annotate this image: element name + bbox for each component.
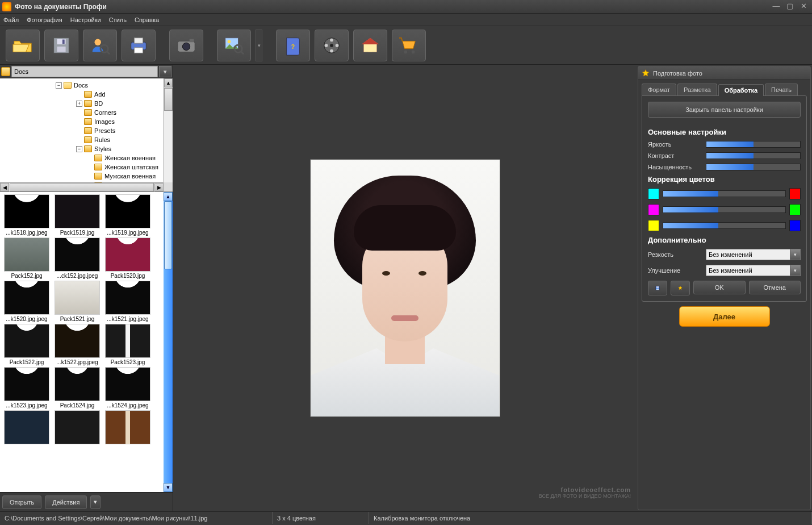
- tree-item[interactable]: Presets: [1, 126, 171, 135]
- thumbnail-item[interactable]: ...k1521.jpg.jpeg: [103, 281, 152, 322]
- path-dropdown[interactable]: ▾: [159, 66, 171, 77]
- thumbnail-item[interactable]: Pack152.jpg: [2, 238, 51, 279]
- thumbnail-item[interactable]: [53, 410, 102, 445]
- thumbs-vscroll[interactable]: ▲▼: [164, 192, 173, 492]
- left-panel: ▾ − Docs Add+BDCornersImagesPresetsRules…: [0, 65, 173, 511]
- thumbnail-item[interactable]: ...k1524.jpg.jpeg: [103, 367, 152, 409]
- toolbar-cart[interactable]: [392, 30, 426, 61]
- thumbnail-item[interactable]: [2, 410, 51, 445]
- tree-hscroll[interactable]: ◀▶: [0, 182, 164, 191]
- ok-button[interactable]: OK: [693, 281, 746, 294]
- svg-point-4: [95, 39, 101, 45]
- svg-point-21: [330, 49, 333, 52]
- next-button[interactable]: Далее: [679, 306, 770, 327]
- svg-point-22: [325, 44, 328, 47]
- menu-help[interactable]: Справка: [135, 16, 159, 23]
- path-input[interactable]: [11, 66, 158, 77]
- close-button[interactable]: ✕: [797, 2, 810, 11]
- tree-vscroll[interactable]: ▲: [164, 78, 173, 182]
- minimize-button[interactable]: —: [770, 2, 782, 11]
- svg-line-16: [241, 51, 244, 54]
- star-icon: [678, 283, 683, 293]
- tree-item[interactable]: Add: [1, 90, 171, 99]
- favorite-button[interactable]: [671, 281, 690, 295]
- menu-settings[interactable]: Настройки: [70, 16, 101, 23]
- save-preset-button[interactable]: [648, 281, 667, 295]
- thumbnail-item[interactable]: Pack1519.jpg: [53, 194, 102, 236]
- star-icon: [642, 69, 650, 77]
- sharpness-combo[interactable]: Без изменений▾: [706, 249, 801, 260]
- close-panel-button[interactable]: Закрыть панель настройки: [648, 102, 801, 118]
- search-user-icon: [89, 35, 111, 56]
- tab-layout[interactable]: Разметка: [677, 84, 717, 95]
- actions-button[interactable]: Действия: [45, 495, 87, 509]
- thumbnail-item[interactable]: ...k1518.jpg.jpeg: [2, 194, 51, 236]
- tree-root[interactable]: Docs: [74, 82, 88, 89]
- toolbar-save[interactable]: [44, 30, 78, 61]
- thumbnail-item[interactable]: Pack1523.jpg: [103, 324, 152, 365]
- toolbar-open[interactable]: [6, 30, 40, 61]
- tab-format[interactable]: Формат: [642, 84, 676, 95]
- print-icon: [128, 35, 149, 56]
- folder-tree[interactable]: − Docs Add+BDCornersImagesPresetsRules−S…: [0, 78, 173, 192]
- color-swatch-left: [648, 188, 659, 199]
- color-swatch-left: [648, 204, 659, 215]
- toolbar-help[interactable]: ?: [276, 30, 310, 61]
- thumbnail-pane: ...k1518.jpg.jpegPack1519.jpg...k1519.jp…: [0, 192, 173, 492]
- svg-point-19: [330, 44, 333, 47]
- thumbnail-item[interactable]: Pack1520.jpg: [103, 238, 152, 279]
- svg-line-6: [107, 51, 110, 54]
- thumbnail-item[interactable]: [103, 410, 152, 445]
- thumbnail-item[interactable]: ...ck152.jpg.jpeg: [53, 238, 102, 279]
- tree-item[interactable]: Images: [1, 117, 171, 126]
- svg-rect-3: [62, 39, 65, 44]
- thumbnail-item[interactable]: Pack1522.jpg: [2, 324, 51, 365]
- saturation-slider[interactable]: [706, 164, 801, 170]
- tree-item[interactable]: Женская штатская: [1, 163, 171, 172]
- thumbnail-item[interactable]: ...k1520.jpg.jpeg: [2, 281, 51, 322]
- tab-print[interactable]: Печать: [765, 84, 798, 95]
- toolbar-print[interactable]: [122, 30, 156, 61]
- color-slider[interactable]: [663, 190, 786, 197]
- canvas-area: fotovideoeffect.com ВСЕ ДЛЯ ФОТО И ВИДЕО…: [173, 65, 637, 511]
- toolbar: ▾ ?: [0, 26, 812, 65]
- tree-item[interactable]: −Styles: [1, 144, 171, 153]
- tab-process[interactable]: Обработка: [718, 84, 764, 96]
- thumbnail-item[interactable]: Pack1524.jpg: [53, 367, 102, 409]
- toolbar-photo-search[interactable]: [217, 30, 251, 61]
- color-slider[interactable]: [663, 206, 786, 213]
- brightness-slider[interactable]: [706, 141, 801, 148]
- enhance-combo[interactable]: Без изменений▾: [706, 265, 801, 276]
- color-slider[interactable]: [663, 222, 786, 229]
- thumbnail-item[interactable]: Pack1521.jpg: [53, 281, 102, 322]
- svg-rect-9: [134, 47, 143, 53]
- menu-photo[interactable]: Фотография: [27, 16, 62, 23]
- open-button[interactable]: Открыть: [2, 495, 41, 509]
- svg-rect-8: [134, 38, 143, 43]
- enhance-label: Улучшение: [648, 267, 702, 274]
- thumbnail-item[interactable]: ...k1523.jpg.jpeg: [2, 367, 51, 409]
- document-photo[interactable]: [310, 159, 500, 417]
- tree-item[interactable]: Женская военная: [1, 153, 171, 163]
- cancel-button[interactable]: Отмена: [749, 281, 801, 294]
- toolbar-media[interactable]: [315, 30, 349, 61]
- menu-file[interactable]: Файл: [3, 16, 19, 23]
- tree-item[interactable]: Мужская военная: [1, 172, 171, 181]
- contrast-slider[interactable]: [706, 152, 801, 159]
- window-title: Фото на документы Профи: [15, 3, 769, 11]
- maximize-button[interactable]: ▢: [784, 2, 796, 11]
- status-path: C:\Documents and Settings\Сергей\Мои док…: [0, 512, 273, 524]
- tree-item[interactable]: Corners: [1, 108, 171, 117]
- tree-item[interactable]: +BD: [1, 99, 171, 108]
- cart-icon: [398, 35, 420, 56]
- actions-dropdown[interactable]: ▾: [90, 495, 101, 509]
- thumbnail-item[interactable]: ...k1522.jpg.jpeg: [53, 324, 102, 365]
- toolbar-home[interactable]: [353, 30, 387, 61]
- titlebar: Фото на документы Профи — ▢ ✕: [0, 0, 812, 14]
- toolbar-camera[interactable]: [169, 30, 203, 61]
- toolbar-search-user[interactable]: [83, 30, 117, 61]
- toolbar-photo-search-dropdown[interactable]: ▾: [256, 30, 262, 61]
- thumbnail-item[interactable]: ...k1519.jpg.jpeg: [103, 194, 152, 236]
- tree-item[interactable]: Rules: [1, 135, 171, 144]
- menu-style[interactable]: Стиль: [109, 16, 127, 23]
